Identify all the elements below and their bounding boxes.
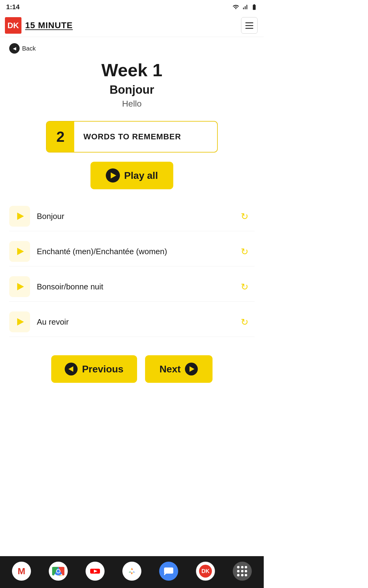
next-label: Next [159, 364, 181, 375]
words-to-remember-box: 2 WORDS TO REMEMBER [46, 121, 218, 153]
battery-icon [251, 4, 258, 10]
dot6 [245, 570, 247, 572]
word-text-0: Bonjour [37, 212, 238, 221]
play-all-icon [106, 168, 120, 183]
more-apps-icon[interactable] [233, 562, 252, 581]
word-play-button-1[interactable] [9, 241, 30, 262]
word-list: Bonjour ↻ Enchanté (men)/Enchantée (wome… [9, 202, 255, 337]
words-label: WORDS TO REMEMBER [74, 125, 190, 148]
dot2 [241, 566, 243, 568]
youtube-icon[interactable] [86, 562, 105, 581]
back-button[interactable]: Back [9, 43, 255, 54]
gmail-icon[interactable]: M [12, 562, 31, 581]
word-replay-button-2[interactable]: ↻ [238, 278, 251, 295]
previous-arrow-icon [65, 363, 78, 375]
app-header: DK 15 MINUTE [0, 14, 264, 37]
dk-icon-inner: DK [199, 565, 212, 578]
dot5 [241, 570, 243, 572]
word-play-icon-3 [17, 318, 24, 326]
word-play-icon-2 [17, 283, 24, 290]
play-triangle [111, 172, 116, 179]
youtube-svg [89, 565, 102, 578]
signal-icon [242, 4, 248, 10]
play-all-button[interactable]: Play all [90, 162, 173, 189]
menu-icon-line2 [245, 25, 253, 26]
dot3 [245, 566, 247, 568]
right-arrow [190, 366, 194, 372]
back-arrow-icon [9, 43, 20, 54]
word-play-button-2[interactable] [9, 276, 30, 297]
menu-icon-line3 [245, 28, 253, 29]
list-item: Enchanté (men)/Enchantée (women) ↻ [9, 237, 255, 266]
previous-button[interactable]: Previous [51, 355, 137, 383]
dot7 [237, 574, 240, 576]
word-play-button-0[interactable] [9, 206, 30, 227]
logo-area: DK 15 MINUTE [5, 17, 73, 34]
back-label: Back [22, 45, 36, 52]
main-content: Back Week 1 Bonjour Hello 2 WORDS TO REM… [0, 37, 264, 395]
svg-point-3 [57, 570, 60, 573]
photos-icon[interactable] [122, 562, 141, 581]
nav-buttons: Previous Next [9, 355, 255, 383]
menu-button[interactable] [241, 17, 258, 34]
lesson-subtitle: Hello [9, 99, 255, 109]
chrome-svg [52, 565, 64, 577]
lesson-title: Bonjour [9, 83, 255, 96]
week-title: Week 1 [9, 60, 255, 80]
messages-svg [163, 566, 174, 577]
dot1 [237, 566, 240, 568]
word-replay-button-0[interactable]: ↻ [238, 208, 251, 225]
status-bar: 1:14 [0, 0, 264, 14]
play-all-label: Play all [124, 170, 158, 181]
menu-icon-line1 [245, 22, 253, 23]
word-replay-button-3[interactable]: ↻ [238, 314, 251, 330]
list-item: Bonjour ↻ [9, 202, 255, 231]
word-play-button-3[interactable] [9, 311, 30, 332]
word-replay-button-1[interactable]: ↻ [238, 243, 251, 260]
dot8 [241, 574, 243, 576]
dk-app-icon[interactable]: DK [196, 562, 215, 581]
status-time: 1:14 [6, 3, 20, 11]
left-arrow [68, 366, 73, 372]
dot4 [237, 570, 240, 572]
dk-logo: DK [5, 17, 21, 34]
bottom-nav-bar: M [0, 556, 264, 588]
status-icons [232, 4, 258, 10]
word-text-3: Au revoir [37, 317, 238, 327]
next-button[interactable]: Next [145, 355, 213, 383]
svg-marker-10 [164, 574, 166, 575]
messages-icon[interactable] [159, 562, 178, 581]
wifi-icon [232, 4, 239, 10]
word-text-1: Enchanté (men)/Enchantée (women) [37, 247, 238, 256]
previous-label: Previous [82, 364, 123, 375]
word-text-2: Bonsoir/bonne nuit [37, 282, 238, 292]
chrome-icon[interactable] [49, 562, 68, 581]
app-title: 15 MINUTE [25, 21, 73, 30]
svg-rect-9 [164, 567, 173, 574]
svg-point-8 [130, 570, 133, 573]
next-arrow-icon [185, 363, 198, 375]
list-item: Au revoir ↻ [9, 307, 255, 337]
word-play-icon-1 [17, 248, 24, 255]
word-play-icon-0 [17, 213, 24, 220]
dot9 [245, 574, 247, 576]
list-item: Bonsoir/bonne nuit ↻ [9, 272, 255, 302]
words-count: 2 [47, 122, 74, 152]
photos-svg [125, 565, 138, 578]
